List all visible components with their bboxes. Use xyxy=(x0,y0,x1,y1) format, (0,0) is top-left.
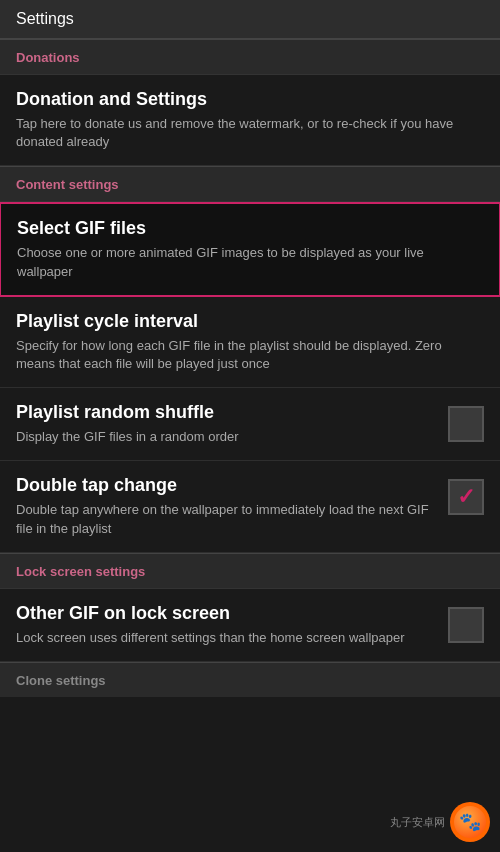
playlist-shuffle-description: Display the GIF files in a random order xyxy=(16,428,438,446)
other-gif-lock-checkbox[interactable] xyxy=(448,607,484,643)
content-settings-header-label: Content settings xyxy=(16,177,119,192)
lock-screen-section-header: Lock screen settings xyxy=(0,553,500,589)
double-tap-description: Double tap anywhere on the wallpaper to … xyxy=(16,501,438,537)
donation-settings-content: Donation and Settings Tap here to donate… xyxy=(16,89,484,151)
clone-settings-header-label: Clone settings xyxy=(16,673,106,688)
lock-screen-header-label: Lock screen settings xyxy=(16,564,145,579)
playlist-shuffle-content: Playlist random shuffle Display the GIF … xyxy=(16,402,448,446)
watermark: 丸子安卓网 🐾 xyxy=(390,802,490,842)
title-bar-label: Settings xyxy=(16,10,74,27)
double-tap-content: Double tap change Double tap anywhere on… xyxy=(16,475,448,537)
playlist-cycle-content: Playlist cycle interval Specify for how … xyxy=(16,311,484,373)
select-gif-content: Select GIF files Choose one or more anim… xyxy=(17,218,483,280)
watermark-logo-inner: 🐾 xyxy=(454,806,486,838)
donation-settings-title: Donation and Settings xyxy=(16,89,474,110)
other-gif-lock-item[interactable]: Other GIF on lock screen Lock screen use… xyxy=(0,589,500,662)
select-gif-item[interactable]: Select GIF files Choose one or more anim… xyxy=(0,202,500,296)
playlist-shuffle-title: Playlist random shuffle xyxy=(16,402,438,423)
playlist-cycle-description: Specify for how long each GIF file in th… xyxy=(16,337,474,373)
donation-settings-item[interactable]: Donation and Settings Tap here to donate… xyxy=(0,75,500,166)
double-tap-item[interactable]: Double tap change Double tap anywhere on… xyxy=(0,461,500,552)
playlist-cycle-title: Playlist cycle interval xyxy=(16,311,474,332)
other-gif-lock-description: Lock screen uses different settings than… xyxy=(16,629,438,647)
playlist-cycle-item[interactable]: Playlist cycle interval Specify for how … xyxy=(0,297,500,388)
double-tap-title: Double tap change xyxy=(16,475,438,496)
watermark-logo: 🐾 xyxy=(450,802,490,842)
playlist-shuffle-checkbox[interactable] xyxy=(448,406,484,442)
content-settings-section-header: Content settings xyxy=(0,166,500,202)
donations-header-label: Donations xyxy=(16,50,80,65)
playlist-shuffle-item[interactable]: Playlist random shuffle Display the GIF … xyxy=(0,388,500,461)
watermark-text: 丸子安卓网 xyxy=(390,815,445,830)
double-tap-checkbox[interactable]: ✓ xyxy=(448,479,484,515)
double-tap-checkmark: ✓ xyxy=(457,486,475,508)
other-gif-lock-content: Other GIF on lock screen Lock screen use… xyxy=(16,603,448,647)
title-bar: Settings xyxy=(0,0,500,39)
select-gif-title: Select GIF files xyxy=(17,218,473,239)
clone-settings-section-header: Clone settings xyxy=(0,662,500,697)
donations-section-header: Donations xyxy=(0,39,500,75)
donation-settings-description: Tap here to donate us and remove the wat… xyxy=(16,115,474,151)
select-gif-description: Choose one or more animated GIF images t… xyxy=(17,244,473,280)
other-gif-lock-title: Other GIF on lock screen xyxy=(16,603,438,624)
